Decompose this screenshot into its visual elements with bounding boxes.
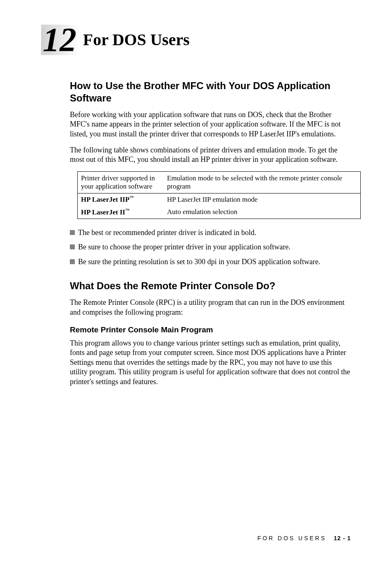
- bullet-square-icon: [70, 230, 75, 235]
- table-header-row: Printer driver supported in your applica…: [78, 171, 361, 193]
- section-heading-dos-app: How to Use the Brother MFC with Your DOS…: [70, 80, 351, 104]
- chapter-header: 12 For DOS Users: [41, 25, 351, 55]
- table-row: HP LaserJet IIP™ HP LaserJet IIP emulati…: [78, 193, 361, 206]
- footer-page-number: 12 - 1: [334, 535, 351, 541]
- page-footer: FOR DOS USERS 12 - 1: [257, 535, 351, 541]
- bullet-item: Be sure to choose the proper printer dri…: [70, 242, 351, 252]
- footer-section-name: FOR DOS USERS: [257, 535, 326, 541]
- bullet-text: The best or recommended printer driver i…: [78, 228, 256, 237]
- table-cell-emulation: Auto emulation selection: [164, 206, 361, 219]
- subsection-heading-rpc-main: Remote Printer Console Main Program: [70, 325, 351, 334]
- body-paragraph: The following table shows combinations o…: [70, 145, 351, 165]
- table-header-col1: Printer driver supported in your applica…: [78, 171, 164, 193]
- bullet-square-icon: [70, 259, 75, 264]
- section-heading-rpc: What Does the Remote Printer Console Do?: [70, 280, 351, 292]
- chapter-title: For DOS Users: [83, 30, 189, 49]
- bullet-item: Be sure the printing resolution is set t…: [70, 257, 351, 267]
- table-header-col2: Emulation mode to be selected with the r…: [164, 171, 361, 193]
- bullet-text: Be sure the printing resolution is set t…: [78, 257, 320, 267]
- table-cell-driver: HP LaserJet II™: [78, 206, 164, 219]
- bullet-square-icon: [70, 244, 75, 249]
- table-row: HP LaserJet II™ Auto emulation selection: [78, 206, 361, 219]
- body-paragraph: Before working with your application sof…: [70, 110, 351, 139]
- body-paragraph: This program allows you to change variou…: [70, 339, 351, 387]
- table-cell-emulation: HP LaserJet IIP emulation mode: [164, 193, 361, 206]
- table-cell-driver: HP LaserJet IIP™: [78, 193, 164, 206]
- body-paragraph: The Remote Printer Console (RPC) is a ut…: [70, 298, 351, 317]
- bullet-item: The best or recommended printer driver i…: [70, 228, 351, 237]
- bullet-text: Be sure to choose the proper printer dri…: [78, 242, 291, 252]
- chapter-number: 12: [41, 25, 80, 55]
- driver-emulation-table: Printer driver supported in your applica…: [77, 171, 361, 219]
